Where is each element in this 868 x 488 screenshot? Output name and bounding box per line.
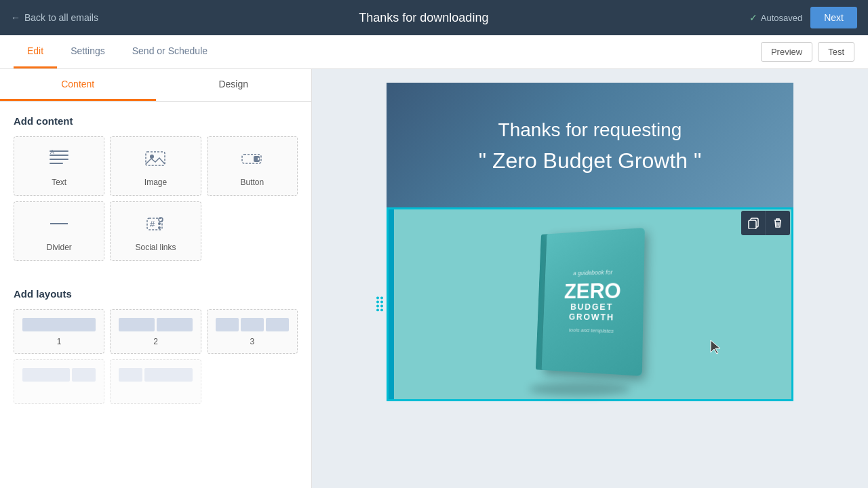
book-budget-text: BUDGET: [570, 302, 614, 312]
layout-3-label: 3: [250, 337, 254, 346]
layout-block-3[interactable]: 3: [207, 309, 298, 354]
content-blocks-grid: A Text Image: [14, 136, 298, 261]
book-shadow: [529, 382, 631, 396]
layout-block-2[interactable]: 2: [110, 309, 201, 354]
book-growth-text: GROWTH: [569, 311, 615, 322]
cursor-indicator: [709, 339, 724, 359]
content-block-button[interactable]: Button: [207, 136, 298, 196]
checkmark-icon: ✓: [749, 12, 757, 23]
add-layouts-section: Add layouts 1 2: [0, 288, 311, 418]
book-image: a guidebook for ZERO BUDGET GROWTH tools…: [515, 223, 665, 386]
email-header-line2: " Zero Budget Growth ": [414, 148, 766, 174]
content-block-social-links[interactable]: # Social links: [110, 201, 201, 261]
layout-2-label: 2: [153, 337, 158, 346]
layout-5-preview: [116, 368, 195, 382]
autosaved-indicator: ✓ Autosaved: [749, 12, 802, 23]
tab-send-schedule[interactable]: Send or Schedule: [119, 35, 221, 68]
preview-button[interactable]: Preview: [761, 42, 812, 62]
delete-section-button[interactable]: [766, 211, 790, 235]
book-tools-text: tools and templates: [569, 327, 614, 334]
copy-section-button[interactable]: [741, 211, 766, 235]
svg-point-19: [380, 301, 383, 304]
text-block-icon: A: [48, 149, 70, 172]
svg-text:#: #: [150, 219, 155, 229]
svg-rect-25: [749, 220, 756, 229]
left-accent-bar: [389, 209, 394, 399]
book-front: a guidebook for ZERO BUDGET GROWTH tools…: [542, 228, 645, 376]
divider-block-icon: [48, 214, 70, 237]
social-links-block-icon: #: [144, 214, 166, 237]
section-toolbar: [741, 211, 790, 235]
top-nav: ← Back to all emails Thanks for download…: [0, 0, 868, 35]
svg-rect-2: [50, 159, 68, 160]
main-tabs: Edit Settings Send or Schedule: [14, 35, 221, 68]
button-block-label: Button: [240, 178, 264, 187]
layout-block-4[interactable]: [14, 359, 104, 404]
content-block-text[interactable]: A Text: [14, 136, 104, 196]
svg-point-21: [380, 305, 383, 308]
sidebar-tabs: Content Design: [0, 69, 311, 102]
layout-1-label: 1: [57, 337, 62, 346]
layout-1-preview: [20, 318, 98, 331]
text-block-label: Text: [52, 178, 66, 187]
svg-rect-3: [50, 163, 63, 164]
svg-point-20: [376, 305, 379, 308]
tab-settings[interactable]: Settings: [57, 35, 119, 68]
second-nav-actions: Preview Test: [761, 42, 854, 62]
layout-2-preview: [116, 318, 195, 331]
test-button[interactable]: Test: [818, 42, 854, 62]
image-block-icon: [144, 149, 166, 172]
second-nav: Edit Settings Send or Schedule Preview T…: [0, 35, 868, 69]
svg-point-17: [380, 297, 383, 300]
book-3d-visual: a guidebook for ZERO BUDGET GROWTH tools…: [536, 228, 648, 384]
svg-point-6: [150, 155, 154, 159]
email-header-line1: Thanks for requesting: [414, 117, 766, 143]
book-guidebook-text: a guidebook for: [573, 268, 612, 277]
back-arrow-icon: ←: [11, 12, 20, 23]
next-button[interactable]: Next: [810, 7, 857, 28]
layout-4-preview: [20, 368, 98, 382]
image-block-label: Image: [144, 178, 167, 187]
book-zero-text: ZERO: [564, 279, 622, 302]
sidebar-tab-content[interactable]: Content: [0, 69, 156, 101]
canvas-area[interactable]: Thanks for requesting " Zero Budget Grow…: [312, 69, 868, 488]
layout-block-5[interactable]: [110, 359, 201, 404]
add-content-section: Add content A Text: [0, 102, 311, 288]
email-title: Thanks for downloading: [359, 11, 488, 25]
top-nav-right: ✓ Autosaved Next: [749, 7, 857, 28]
email-book-section[interactable]: a guidebook for ZERO BUDGET GROWTH tools…: [387, 207, 793, 401]
autosaved-label: Autosaved: [761, 13, 802, 23]
svg-point-15: [158, 226, 161, 229]
main-layout: Content Design Add content A: [0, 69, 868, 488]
content-block-image[interactable]: Image: [110, 136, 201, 196]
layout-block-1[interactable]: 1: [14, 309, 104, 354]
social-links-block-label: Social links: [135, 243, 176, 252]
svg-point-23: [380, 309, 383, 312]
sidebar: Content Design Add content A: [0, 69, 312, 488]
button-block-icon: [240, 149, 264, 172]
add-content-title: Add content: [14, 115, 298, 127]
add-layouts-title: Add layouts: [14, 288, 298, 300]
layouts-grid: 1 2 3: [14, 309, 298, 404]
svg-point-14: [158, 222, 161, 225]
layout-3-preview: [213, 318, 292, 331]
email-canvas: Thanks for requesting " Zero Budget Grow…: [387, 83, 793, 401]
sidebar-tab-design[interactable]: Design: [156, 69, 312, 101]
back-to-emails-label: Back to all emails: [24, 12, 98, 23]
content-block-divider[interactable]: Divider: [14, 201, 104, 261]
svg-text:A: A: [50, 149, 54, 155]
tab-edit[interactable]: Edit: [14, 35, 57, 68]
svg-point-16: [376, 297, 379, 300]
drag-handle-icon[interactable]: [375, 296, 384, 314]
back-to-emails-link[interactable]: ← Back to all emails: [11, 12, 98, 23]
email-header-section[interactable]: Thanks for requesting " Zero Budget Grow…: [387, 83, 793, 207]
svg-point-22: [376, 309, 379, 312]
svg-point-18: [376, 301, 379, 304]
divider-block-label: Divider: [46, 243, 71, 252]
svg-rect-5: [146, 152, 165, 165]
